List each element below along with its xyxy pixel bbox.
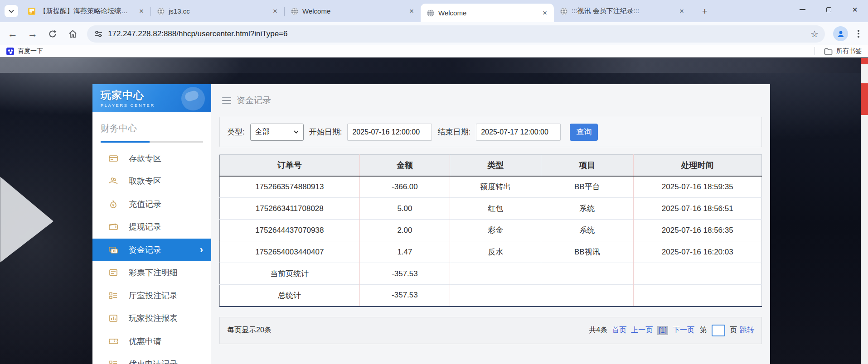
sidebar-item-label: 彩票下注明细 — [129, 267, 178, 278]
close-window-button[interactable]: × — [842, 0, 868, 19]
tab-title: :::视讯 会员下注纪录::: — [572, 7, 674, 15]
search-button[interactable]: 查询 — [570, 124, 598, 141]
sidebar-item-label: 充值记录 — [129, 199, 161, 210]
page-scrollbar[interactable] — [861, 58, 868, 364]
address-bar[interactable]: 172.247.228.82:888/hhcp/usercenter.html?… — [87, 25, 825, 43]
browser-tab[interactable]: Welcome× — [421, 4, 554, 22]
browser-tab[interactable]: 【新提醒】海燕策略论坛综合交× — [22, 0, 150, 22]
url-text[interactable]: 172.247.228.82:888/hhcp/usercenter.html?… — [108, 29, 810, 38]
first-page-link[interactable]: 首页 — [612, 326, 626, 335]
sidebar-item-label: 存款专区 — [129, 153, 161, 164]
table-cell: 红包 — [450, 198, 541, 220]
minimize-icon — [800, 9, 805, 10]
sidebar-item-6[interactable]: 彩票下注明细› — [92, 261, 211, 284]
jump-link[interactable]: 跳转 — [740, 326, 754, 335]
table-header-cell: 金额 — [359, 155, 450, 176]
bookmark-label: 百度一下 — [18, 47, 43, 55]
sidebar-item-label: 优惠申请记录 — [129, 359, 178, 364]
sidebar-item-label: 厅室投注记录 — [129, 290, 178, 301]
new-tab-button[interactable]: + — [699, 5, 711, 17]
minimize-button[interactable] — [789, 0, 815, 19]
sidebar-item-4[interactable]: 提现记录› — [92, 216, 211, 239]
table-cell: -357.53 — [359, 263, 450, 285]
next-page-link[interactable]: 下一页 — [673, 326, 694, 335]
svg-text:¥: ¥ — [112, 203, 115, 207]
tab-close-icon[interactable]: × — [677, 7, 686, 16]
browser-tab[interactable]: js13.cc× — [151, 0, 284, 22]
tab-title: Welcome — [302, 7, 403, 15]
listitems-icon — [108, 359, 119, 364]
total-count: 共4条 — [589, 326, 607, 335]
sidebar-item-3[interactable]: ¥充值记录› — [92, 193, 211, 216]
end-date-input[interactable] — [476, 124, 561, 141]
start-date-input[interactable] — [347, 124, 432, 141]
records-table: 订单号金额类型项目处理时间 1752663574880913-366.00额度转… — [219, 154, 762, 307]
reload-icon — [48, 29, 57, 38]
coupon-icon — [108, 336, 119, 346]
forward-button[interactable]: → — [23, 25, 43, 43]
back-button[interactable]: ← — [3, 25, 23, 43]
tab-search-button[interactable] — [5, 5, 18, 17]
start-date-label: 开始日期: — [309, 127, 342, 137]
prev-page-link[interactable]: 上一页 — [631, 326, 653, 335]
chevron-down-icon — [9, 10, 14, 13]
jump-suffix-label: 页 — [730, 326, 737, 335]
report-icon — [108, 313, 119, 323]
sidebar-item-7[interactable]: 厅室投注记录› — [92, 284, 211, 307]
tab-title: js13.cc — [169, 7, 267, 15]
folder-icon — [824, 48, 833, 55]
listdoc-icon — [108, 268, 119, 278]
maximize-icon — [826, 7, 831, 12]
scrollbar-up-button[interactable] — [861, 58, 868, 64]
table-row: 总统计-357.53 — [220, 285, 762, 307]
divider — [815, 47, 815, 55]
browser-menu-button[interactable] — [852, 26, 865, 42]
site-settings-icon[interactable] — [93, 29, 103, 39]
backdrop-band — [0, 58, 868, 73]
page-jump-input[interactable] — [712, 325, 725, 336]
tab-close-icon[interactable]: × — [540, 9, 549, 18]
window-controls: × — [789, 0, 868, 19]
table-row: 17526634117080285.00红包系统2025-07-16 18:56… — [220, 198, 762, 220]
browser-tab[interactable]: :::视讯 会员下注纪录:::× — [554, 0, 691, 22]
sidebar-item-1[interactable]: 存款专区› — [92, 147, 211, 170]
type-select[interactable]: 全部 — [250, 124, 304, 141]
sidebar-item-8[interactable]: 玩家投注报表› — [92, 307, 211, 330]
sidebar-item-label: 提现记录 — [129, 221, 161, 232]
table-cell: 2025-07-16 18:56:51 — [633, 198, 761, 220]
table-cell — [450, 263, 541, 285]
profile-avatar[interactable] — [833, 26, 848, 41]
reload-button[interactable] — [43, 25, 63, 43]
table-cell: 系统 — [541, 198, 633, 220]
hamburger-icon[interactable] — [222, 97, 231, 104]
sidebar-item-10[interactable]: 优惠申请记录› — [92, 353, 211, 364]
current-page-indicator: [1] — [657, 326, 668, 335]
table-header-row: 订单号金额类型项目处理时间 — [220, 155, 762, 176]
sidebar-item-5[interactable]: 资金记录› — [92, 239, 211, 262]
tab-close-icon[interactable]: × — [407, 7, 416, 16]
table-cell — [541, 285, 633, 307]
browser-tab[interactable]: Welcome× — [285, 0, 421, 22]
table-cell: 5.00 — [359, 198, 450, 220]
table-cell: 额度转出 — [450, 176, 541, 198]
bookmark-item[interactable]: 百度一下 — [6, 47, 43, 55]
tab-close-icon[interactable]: × — [137, 7, 146, 16]
home-button[interactable] — [63, 25, 82, 43]
tab-close-icon[interactable]: × — [271, 7, 280, 16]
all-bookmarks-button[interactable]: 所有书签 — [815, 47, 862, 55]
table-cell: BB平台 — [541, 176, 633, 198]
table-row: 1752663574880913-366.00额度转出BB平台2025-07-1… — [220, 176, 762, 198]
sidebar: 玩家中心 PLAYERS CENTER 财务中心 存款专区›取款专区›¥充值记录… — [92, 84, 211, 364]
table-cell: -366.00 — [359, 176, 450, 198]
hand-icon — [108, 176, 119, 186]
bookmark-star-icon[interactable]: ☆ — [810, 29, 819, 39]
page-content: 玩家中心 PLAYERS CENTER 财务中心 存款专区›取款专区›¥充值记录… — [0, 58, 868, 364]
sidebar-item-9[interactable]: 优惠申请› — [92, 330, 211, 353]
globe-favicon — [559, 7, 568, 15]
scrollbar-thumb[interactable] — [861, 83, 868, 115]
chevron-down-icon — [294, 130, 299, 134]
sidebar-item-2[interactable]: 取款专区› — [92, 170, 211, 193]
cashcards-icon — [108, 245, 119, 255]
maximize-button[interactable] — [815, 0, 842, 19]
table-cell — [541, 263, 633, 285]
